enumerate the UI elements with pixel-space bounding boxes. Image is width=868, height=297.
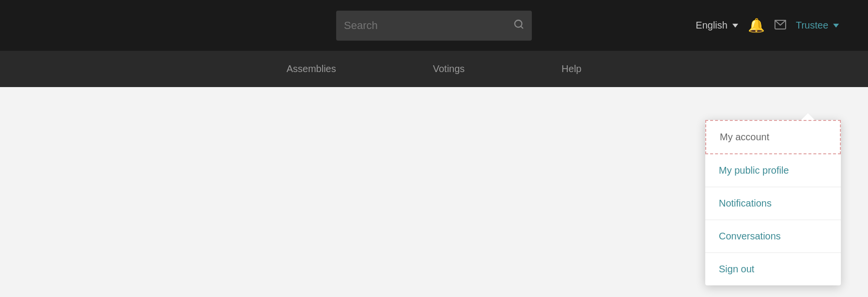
language-selector[interactable]: English xyxy=(696,20,738,31)
user-menu-button[interactable]: Trustee xyxy=(796,20,839,31)
main-content: My account My public profile Notificatio… xyxy=(0,87,868,297)
dropdown-item-notifications[interactable]: Notifications xyxy=(705,187,841,220)
dropdown-item-sign-out[interactable]: Sign out xyxy=(705,253,841,285)
language-label: English xyxy=(696,20,728,31)
dropdown-item-my-public-profile[interactable]: My public profile xyxy=(705,154,841,187)
user-chevron-icon xyxy=(833,24,839,28)
mail-icon[interactable] xyxy=(775,19,786,32)
language-chevron-icon xyxy=(732,24,738,28)
nav-item-assemblies[interactable]: Assemblies xyxy=(286,63,336,74)
top-right-controls: English 🔔 Trustee xyxy=(696,17,839,33)
dropdown-item-my-account[interactable]: My account xyxy=(705,120,841,154)
dropdown-item-conversations[interactable]: Conversations xyxy=(705,220,841,253)
bell-icon[interactable]: 🔔 xyxy=(748,17,765,33)
top-bar: English 🔔 Trustee xyxy=(0,0,868,51)
search-icon xyxy=(513,19,524,32)
search-wrapper xyxy=(336,11,532,41)
nav-item-votings[interactable]: Votings xyxy=(433,63,465,74)
nav-bar: Assemblies Votings Help xyxy=(0,51,868,87)
user-label: Trustee xyxy=(796,20,828,31)
search-input[interactable] xyxy=(344,19,513,32)
user-dropdown-menu: My account My public profile Notificatio… xyxy=(705,120,841,285)
search-box[interactable] xyxy=(336,11,532,41)
nav-item-help[interactable]: Help xyxy=(561,63,581,74)
svg-line-1 xyxy=(521,26,523,28)
